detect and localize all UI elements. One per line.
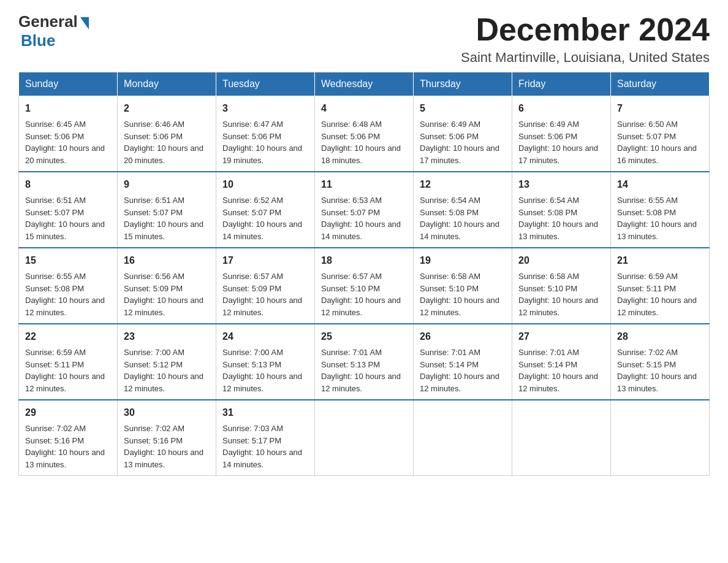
day-number: 15 (25, 253, 111, 268)
day-info: Sunrise: 6:57 AMSunset: 5:09 PMDaylight:… (222, 272, 302, 317)
table-row (512, 400, 611, 476)
page-header: General Blue December 2024 Saint Martinv… (18, 12, 710, 66)
table-row: 28 Sunrise: 7:02 AMSunset: 5:15 PMDaylig… (611, 324, 710, 400)
table-row (414, 400, 512, 476)
table-row: 31 Sunrise: 7:03 AMSunset: 5:17 PMDaylig… (216, 400, 315, 476)
day-number: 17 (222, 253, 308, 268)
table-row: 25 Sunrise: 7:01 AMSunset: 5:13 PMDaylig… (315, 324, 414, 400)
day-number: 12 (420, 177, 506, 192)
table-row: 8 Sunrise: 6:51 AMSunset: 5:07 PMDayligh… (19, 172, 118, 248)
calendar-week-row: 29 Sunrise: 7:02 AMSunset: 5:16 PMDaylig… (19, 400, 710, 476)
day-number: 30 (124, 405, 210, 420)
table-row: 9 Sunrise: 6:51 AMSunset: 5:07 PMDayligh… (118, 172, 216, 248)
table-row: 1 Sunrise: 6:45 AMSunset: 5:06 PMDayligh… (19, 96, 118, 172)
day-number: 5 (420, 101, 506, 116)
logo-arrow-icon (80, 17, 89, 29)
table-row: 21 Sunrise: 6:59 AMSunset: 5:11 PMDaylig… (611, 248, 710, 324)
table-row (611, 400, 710, 476)
day-info: Sunrise: 7:02 AMSunset: 5:16 PMDaylight:… (124, 424, 203, 469)
day-number: 27 (518, 329, 604, 344)
table-row: 16 Sunrise: 6:56 AMSunset: 5:09 PMDaylig… (118, 248, 216, 324)
day-number: 6 (518, 101, 604, 116)
table-row: 19 Sunrise: 6:58 AMSunset: 5:10 PMDaylig… (414, 248, 512, 324)
location-title: Saint Martinville, Louisiana, United Sta… (461, 50, 710, 66)
table-row: 29 Sunrise: 7:02 AMSunset: 5:16 PMDaylig… (19, 400, 118, 476)
table-row: 27 Sunrise: 7:01 AMSunset: 5:14 PMDaylig… (512, 324, 611, 400)
day-number: 1 (25, 101, 111, 116)
table-row: 13 Sunrise: 6:54 AMSunset: 5:08 PMDaylig… (512, 172, 611, 248)
day-info: Sunrise: 7:01 AMSunset: 5:14 PMDaylight:… (518, 348, 598, 393)
table-row: 11 Sunrise: 6:53 AMSunset: 5:07 PMDaylig… (315, 172, 414, 248)
table-row: 23 Sunrise: 7:00 AMSunset: 5:12 PMDaylig… (118, 324, 216, 400)
day-number: 29 (25, 405, 111, 420)
table-row: 3 Sunrise: 6:47 AMSunset: 5:06 PMDayligh… (216, 96, 315, 172)
day-info: Sunrise: 6:52 AMSunset: 5:07 PMDaylight:… (222, 196, 302, 241)
day-number: 19 (420, 253, 506, 268)
day-info: Sunrise: 7:00 AMSunset: 5:12 PMDaylight:… (124, 348, 203, 393)
day-number: 18 (321, 253, 407, 268)
day-number: 22 (25, 329, 111, 344)
title-block: December 2024 Saint Martinville, Louisia… (461, 12, 710, 66)
calendar-week-row: 22 Sunrise: 6:59 AMSunset: 5:11 PMDaylig… (19, 324, 710, 400)
table-row: 2 Sunrise: 6:46 AMSunset: 5:06 PMDayligh… (118, 96, 216, 172)
calendar-header-row: Sunday Monday Tuesday Wednesday Thursday… (19, 72, 710, 96)
day-number: 8 (25, 177, 111, 192)
table-row: 10 Sunrise: 6:52 AMSunset: 5:07 PMDaylig… (216, 172, 315, 248)
day-info: Sunrise: 6:56 AMSunset: 5:09 PMDaylight:… (124, 272, 203, 317)
table-row: 7 Sunrise: 6:50 AMSunset: 5:07 PMDayligh… (611, 96, 710, 172)
day-info: Sunrise: 6:58 AMSunset: 5:10 PMDaylight:… (420, 272, 499, 317)
month-title: December 2024 (461, 12, 710, 47)
calendar-week-row: 15 Sunrise: 6:55 AMSunset: 5:08 PMDaylig… (19, 248, 710, 324)
day-info: Sunrise: 6:58 AMSunset: 5:10 PMDaylight:… (518, 272, 598, 317)
day-info: Sunrise: 6:45 AMSunset: 5:06 PMDaylight:… (25, 120, 105, 165)
day-number: 25 (321, 329, 407, 344)
day-info: Sunrise: 7:00 AMSunset: 5:13 PMDaylight:… (222, 348, 302, 393)
day-number: 28 (617, 329, 703, 344)
col-tuesday: Tuesday (216, 72, 315, 96)
day-info: Sunrise: 6:46 AMSunset: 5:06 PMDaylight:… (124, 120, 203, 165)
day-info: Sunrise: 6:51 AMSunset: 5:07 PMDaylight:… (124, 196, 203, 241)
day-number: 24 (222, 329, 308, 344)
day-info: Sunrise: 7:01 AMSunset: 5:13 PMDaylight:… (321, 348, 401, 393)
table-row: 18 Sunrise: 6:57 AMSunset: 5:10 PMDaylig… (315, 248, 414, 324)
col-sunday: Sunday (19, 72, 118, 96)
table-row: 12 Sunrise: 6:54 AMSunset: 5:08 PMDaylig… (414, 172, 512, 248)
day-info: Sunrise: 6:55 AMSunset: 5:08 PMDaylight:… (25, 272, 105, 317)
day-number: 31 (222, 405, 308, 420)
day-number: 16 (124, 253, 210, 268)
table-row: 26 Sunrise: 7:01 AMSunset: 5:14 PMDaylig… (414, 324, 512, 400)
table-row: 22 Sunrise: 6:59 AMSunset: 5:11 PMDaylig… (19, 324, 118, 400)
day-number: 11 (321, 177, 407, 192)
day-info: Sunrise: 6:54 AMSunset: 5:08 PMDaylight:… (420, 196, 499, 241)
day-info: Sunrise: 6:55 AMSunset: 5:08 PMDaylight:… (617, 196, 697, 241)
day-info: Sunrise: 6:59 AMSunset: 5:11 PMDaylight:… (25, 348, 105, 393)
table-row: 15 Sunrise: 6:55 AMSunset: 5:08 PMDaylig… (19, 248, 118, 324)
day-info: Sunrise: 6:54 AMSunset: 5:08 PMDaylight:… (518, 196, 598, 241)
day-info: Sunrise: 7:02 AMSunset: 5:15 PMDaylight:… (617, 348, 697, 393)
col-saturday: Saturday (611, 72, 710, 96)
col-wednesday: Wednesday (315, 72, 414, 96)
day-info: Sunrise: 6:59 AMSunset: 5:11 PMDaylight:… (617, 272, 697, 317)
day-number: 21 (617, 253, 703, 268)
day-info: Sunrise: 6:53 AMSunset: 5:07 PMDaylight:… (321, 196, 401, 241)
calendar-week-row: 8 Sunrise: 6:51 AMSunset: 5:07 PMDayligh… (19, 172, 710, 248)
col-thursday: Thursday (414, 72, 512, 96)
day-number: 3 (222, 101, 308, 116)
day-number: 23 (124, 329, 210, 344)
day-info: Sunrise: 7:02 AMSunset: 5:16 PMDaylight:… (25, 424, 105, 469)
calendar-week-row: 1 Sunrise: 6:45 AMSunset: 5:06 PMDayligh… (19, 96, 710, 172)
table-row: 4 Sunrise: 6:48 AMSunset: 5:06 PMDayligh… (315, 96, 414, 172)
table-row: 17 Sunrise: 6:57 AMSunset: 5:09 PMDaylig… (216, 248, 315, 324)
day-info: Sunrise: 6:49 AMSunset: 5:06 PMDaylight:… (420, 120, 499, 165)
table-row: 6 Sunrise: 6:49 AMSunset: 5:06 PMDayligh… (512, 96, 611, 172)
logo-blue-text: Blue (21, 31, 55, 50)
day-number: 9 (124, 177, 210, 192)
day-info: Sunrise: 7:03 AMSunset: 5:17 PMDaylight:… (222, 424, 302, 469)
logo: General Blue (18, 12, 89, 50)
day-number: 2 (124, 101, 210, 116)
table-row: 5 Sunrise: 6:49 AMSunset: 5:06 PMDayligh… (414, 96, 512, 172)
table-row: 30 Sunrise: 7:02 AMSunset: 5:16 PMDaylig… (118, 400, 216, 476)
day-number: 13 (518, 177, 604, 192)
logo-general-text: General (18, 12, 78, 31)
day-number: 4 (321, 101, 407, 116)
